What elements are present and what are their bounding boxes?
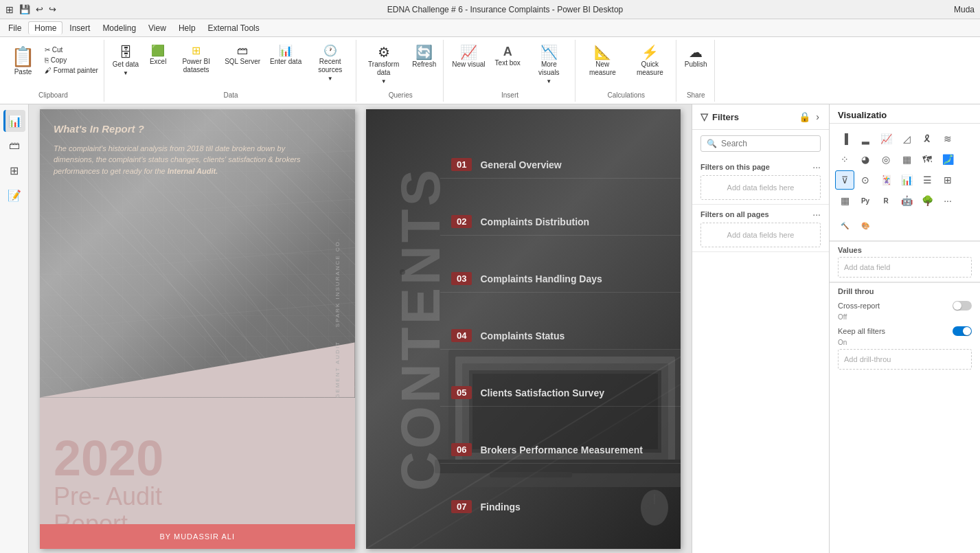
filters-header: ▽ Filters 🔒 › [692,104,829,130]
canvas-area[interactable]: What's In Report ? The complaint's histo… [29,104,692,553]
menu-insert[interactable]: Insert [64,22,95,34]
filters-search-input[interactable] [721,139,814,148]
viz-cross-report-toggle[interactable] [953,301,972,311]
viz-ai-icon[interactable]: 🤖 [897,191,916,210]
publish-button[interactable]: ☁ Publish [681,43,711,71]
viz-scatter-icon[interactable]: ⁘ [835,150,854,169]
ribbon-group-clipboard: 📋 Paste ✂ Cut ⎘ Copy 🖌 Format painter Cl… [3,40,104,102]
viz-card-icon[interactable]: 🃏 [876,170,896,190]
sql-server-label: SQL Server [225,58,260,66]
filters-on-this-page-label: Filters on this page [700,163,770,171]
menu-modeling[interactable]: Modeling [97,22,141,34]
recent-sources-button[interactable]: 🕐 Recent sources ▼ [307,43,353,84]
viz-cross-report-state: Off [838,313,972,324]
power-bi-datasets-button[interactable]: ⊞ Power BI datasets [173,43,219,77]
excel-button[interactable]: 🟩 Excel [144,43,172,69]
viz-donut-icon[interactable]: ◎ [876,150,896,169]
publish-icon: ☁ [689,45,703,59]
viz-matrix-icon[interactable]: ▦ [835,191,854,210]
viz-drill-through-drop-zone[interactable]: Add drill-throu [838,349,972,370]
viz-table-icon[interactable]: ⊞ [938,170,957,190]
paste-button[interactable]: 📋 Paste [5,43,41,78]
refresh-button[interactable]: 🔄 Refresh [408,43,440,71]
excel-icon: 🟩 [151,45,165,56]
cover-author: BY MUDASSIR ALI [159,532,235,541]
excel-label: Excel [150,58,166,66]
calculations-group-label: Calculations [580,90,673,102]
menu-help[interactable]: Help [173,22,201,34]
enter-data-button[interactable]: 📊 Enter data [266,43,306,69]
viz-build-icon[interactable]: 🔨 [835,216,854,235]
sql-server-button[interactable]: 🗃 SQL Server [220,43,264,69]
viz-keep-all-filters-toggle[interactable] [953,326,972,336]
filters-on-this-page-drop-zone[interactable]: Add data fields here [700,175,821,200]
filters-search-box[interactable]: 🔍 [700,135,821,152]
get-data-icon: 🗄 [119,45,133,59]
viz-kpi-icon[interactable]: 📊 [897,170,916,190]
filters-on-all-pages-more[interactable]: ··· [812,209,821,220]
nav-report-icon[interactable]: 📊 [3,110,25,132]
filters-on-all-pages-drop-zone[interactable]: Add data fields here [700,223,821,247]
viz-gauge-icon[interactable]: ⊙ [856,170,875,190]
viz-drill-through-section: Drill throu Cross-report Off Keep all fi… [830,282,980,374]
filters-on-this-page-more[interactable]: ··· [812,161,821,172]
filters-on-this-page-header: Filters on this page ··· [700,161,821,172]
data-group-label: Data [109,90,353,102]
get-data-button[interactable]: 🗄 Get data ▼ [109,43,143,79]
viz-area-chart-icon[interactable]: ◿ [897,129,916,148]
cut-button[interactable]: ✂ Cut [42,45,101,54]
viz-secondary-icons: 🔨 🎨 [830,216,980,240]
viz-values-drop-zone[interactable]: Add data field [838,257,972,278]
undo-icon[interactable]: ↩ [36,4,43,14]
viz-more-icon[interactable]: ··· [938,191,957,210]
format-painter-button[interactable]: 🖌 Format painter [42,66,101,75]
viz-waterfall-icon[interactable]: ≋ [938,129,957,148]
nav-model-icon[interactable]: ⊞ [3,159,25,181]
menu-external-tools[interactable]: External Tools [203,22,265,34]
viz-filled-map-icon[interactable]: 🗾 [938,150,957,169]
menu-file[interactable]: File [3,22,27,34]
viz-pie-chart-icon[interactable]: ◕ [856,150,875,169]
filter-icon: ▽ [700,111,708,122]
menu-home[interactable]: Home [28,21,62,34]
viz-map-icon[interactable]: 🗺 [918,150,937,169]
viz-python-icon[interactable]: R [876,191,896,210]
menu-view[interactable]: View [143,22,172,34]
contents-label-03: Complaints Handling Days [480,273,602,284]
nav-data-icon[interactable]: 🗃 [3,135,25,157]
viz-funnel-icon[interactable]: ⊽ [835,170,854,190]
viz-keep-all-filters-thumb [963,327,971,335]
viz-column-chart-icon[interactable]: ▂ [856,129,875,148]
more-visuals-button[interactable]: 📉 More visuals ▼ [526,43,572,87]
viz-bar-chart-icon[interactable]: ▐ [835,129,854,148]
filter-lock-button[interactable]: 🔒 [797,110,812,124]
contents-item-01: 01 General Overview [440,151,681,179]
redo-icon[interactable]: ↪ [49,4,56,14]
contents-item-04: 04 Complaints Status [440,322,681,350]
quick-measure-button[interactable]: ⚡ Quick measure [627,43,673,80]
viz-format-icon[interactable]: 🎨 [856,216,875,235]
nav-dax-icon[interactable]: 📝 [3,184,25,206]
viz-ribbon-chart-icon[interactable]: 🎗 [918,129,937,148]
quick-measure-label: Quick measure [631,60,669,77]
text-box-button[interactable]: A Text box [491,43,525,70]
viz-values-section: Values Add data field [830,241,980,282]
viz-slicer-icon[interactable]: ☰ [918,170,937,190]
viz-decomp-tree-icon[interactable]: 🌳 [918,191,937,210]
share-group-label: Share [681,90,711,102]
copy-button[interactable]: ⎘ Copy [42,56,101,65]
contents-label-05: Clients Satisfaction Survey [480,387,604,398]
save-icon[interactable]: 💾 [19,4,30,14]
new-measure-button[interactable]: 📐 New measure [580,43,626,80]
filter-expand-button[interactable]: › [814,110,821,124]
viz-line-chart-icon[interactable]: 📈 [876,129,896,148]
visualizations-panel: Visualizatio ▐ ▂ 📈 ◿ 🎗 ≋ ⁘ ◕ ◎ ▦ 🗺 🗾 ⊽ ⊙… [829,104,980,553]
contents-item-07: 07 Findings [440,493,681,520]
window-title: EDNA Challenge # 6 - Insurance Complaint… [387,5,624,14]
viz-treemap-icon[interactable]: ▦ [897,150,916,169]
new-visual-button[interactable]: 📈 New visual [448,43,489,71]
viz-r-visual-icon[interactable]: Py [856,191,875,210]
insert-group-label: Insert [448,90,572,102]
viz-cross-report-label: Cross-report [838,302,880,310]
transform-data-button[interactable]: ⚙ Transform data ▼ [361,43,407,87]
